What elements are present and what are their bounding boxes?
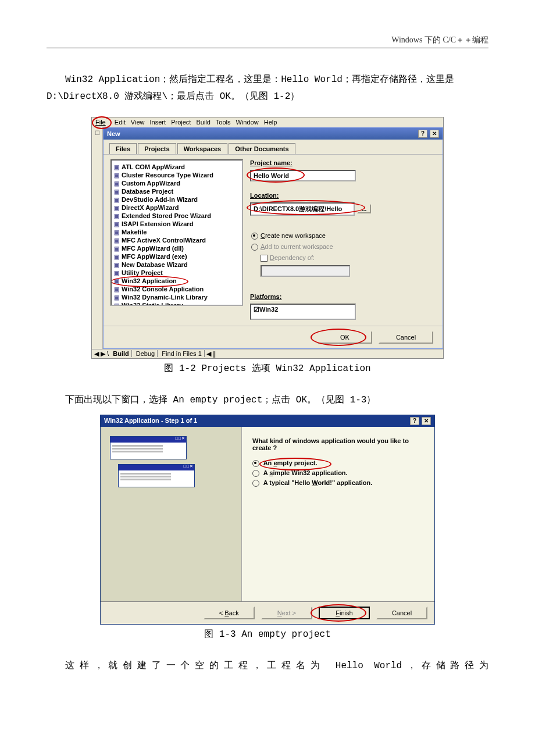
checkbox-icon: ☑ <box>254 306 259 313</box>
menu-project[interactable]: Project <box>171 119 191 126</box>
radio-icon <box>252 470 259 477</box>
tab-build[interactable]: Build <box>110 350 132 357</box>
page-header: Windows 下的 C/C＋＋编程 <box>47 35 488 45</box>
new-dialog-tabs: Files Projects Workspaces Other Document… <box>104 140 443 154</box>
radio-create-new-workspace[interactable]: Create new workspace <box>250 232 436 240</box>
list-item[interactable]: DirectX AppWizard <box>113 204 241 212</box>
dependency-select <box>261 265 350 277</box>
figure-1-3-caption: 图 1-3 An empty project <box>47 628 488 640</box>
build-output-tabs: ◀ ▶ \ Build Debug Find in Files 1 ◀ ‖ <box>92 349 443 358</box>
cancel-button[interactable]: Cancel <box>376 607 427 619</box>
platforms-label: Platforms: <box>250 293 436 300</box>
tab-projects[interactable]: Projects <box>138 143 176 154</box>
cancel-button[interactable]: Cancel <box>379 331 433 344</box>
menu-edit[interactable]: Edit <box>115 119 126 126</box>
location-input[interactable]: D:\DIRECTX8.0游戏编程\Hello <box>250 202 355 216</box>
mock-window-icon <box>110 436 187 459</box>
figure-1-2: File Edit View Insert Project Build Tool… <box>91 117 444 359</box>
menu-file[interactable]: File <box>95 119 111 126</box>
tab-debug[interactable]: Debug <box>134 350 158 357</box>
list-item-win32-application[interactable]: Win32 Application <box>113 277 178 285</box>
list-item[interactable]: Custom AppWizard <box>113 179 241 187</box>
ok-button[interactable]: OK <box>318 331 372 344</box>
project-type-list[interactable]: ATL COM AppWizard Cluster Resource Type … <box>110 159 243 306</box>
figure-1-3: Win32 Application - Step 1 of 1 ? ✕ What… <box>100 415 435 625</box>
list-item[interactable]: MFC AppWizard (dll) <box>113 244 241 252</box>
radio-icon <box>252 460 259 467</box>
radio-add-to-workspace: Add to current workspace <box>250 243 436 251</box>
menu-window[interactable]: Window <box>236 119 259 126</box>
wizard-preview-pane <box>101 427 242 601</box>
location-label: Location: <box>250 192 436 199</box>
checkbox-icon <box>261 255 268 262</box>
platforms-list[interactable]: ☑Win32 <box>250 304 356 320</box>
header-rule <box>47 48 488 48</box>
wizard-button-bar: < Back Next > Finish Cancel <box>101 601 434 624</box>
new-dialog: New ? ✕ Files Projects Workspaces Other … <box>103 127 443 349</box>
close-icon[interactable]: ✕ <box>430 130 439 138</box>
option-empty-project[interactable]: An empty project. <box>252 459 424 467</box>
dialog-button-bar: OK Cancel <box>104 326 443 348</box>
project-name-label: Project name: <box>250 159 436 166</box>
radio-icon <box>252 480 259 487</box>
menu-build[interactable]: Build <box>196 119 210 126</box>
radio-label: reate new workspace <box>265 232 326 239</box>
list-item[interactable]: Database Project <box>113 187 241 195</box>
option-hello-world[interactable]: A typical "Hello World!" application. <box>252 479 424 487</box>
list-item[interactable]: New Database Wizard <box>113 261 241 269</box>
help-icon[interactable]: ? <box>418 130 427 138</box>
mock-window-icon <box>118 464 195 487</box>
radio-icon <box>251 244 258 251</box>
list-item[interactable]: Utility Project <box>113 269 241 277</box>
menu-tools[interactable]: Tools <box>216 119 231 126</box>
figure-1-2-caption: 图 1-2 Projects 选项 Win32 Application <box>47 362 488 375</box>
finish-button[interactable]: Finish <box>319 607 370 619</box>
menu-insert[interactable]: Insert <box>150 119 166 126</box>
tab-workspaces[interactable]: Workspaces <box>177 143 228 154</box>
browse-button[interactable]: ... <box>357 204 371 213</box>
new-dialog-title: New <box>107 130 120 137</box>
menu-help[interactable]: Help <box>264 119 277 126</box>
list-item[interactable]: Win32 Static Library <box>113 301 241 306</box>
new-dialog-titlebar: New ? ✕ <box>104 128 443 140</box>
list-item[interactable]: MFC ActiveX ControlWizard <box>113 236 241 244</box>
body-paragraph-1: Win32 Application；然后指定工程名，这里是：Hello Worl… <box>47 72 488 105</box>
wizard-titlebar: Win32 Application - Step 1 of 1 ? ✕ <box>101 415 434 427</box>
list-item[interactable]: MFC AppWizard (exe) <box>113 252 241 261</box>
list-item[interactable]: ATL COM AppWizard <box>113 163 241 171</box>
body-paragraph-3: 这样，就创建了一个空的工程，工程名为 Hello World，存储路径为 <box>47 658 488 675</box>
tab-other-documents[interactable]: Other Documents <box>229 143 295 154</box>
ide-toolbar-strip <box>92 127 103 349</box>
list-item[interactable]: Extended Stored Proc Wizard <box>113 212 241 220</box>
close-icon[interactable]: ✕ <box>422 417 431 425</box>
list-item[interactable]: Win32 Dynamic-Link Library <box>113 293 241 301</box>
wizard-question: What kind of windows application would y… <box>252 437 424 451</box>
list-item[interactable]: Win32 Console Application <box>113 285 241 293</box>
list-item[interactable]: Cluster Resource Type Wizard <box>113 171 241 179</box>
next-button: Next > <box>261 607 312 619</box>
radio-icon <box>251 233 258 240</box>
back-button[interactable]: < Back <box>204 607 255 619</box>
menu-view[interactable]: View <box>131 119 145 126</box>
ide-menubar: File Edit View Insert Project Build Tool… <box>92 117 443 127</box>
tab-files[interactable]: Files <box>109 143 137 154</box>
body-paragraph-2: 下面出现以下窗口，选择 An empty project；点击 OK。（见图 1… <box>47 392 488 409</box>
wizard-title: Win32 Application - Step 1 of 1 <box>104 417 197 425</box>
help-icon[interactable]: ? <box>410 417 419 425</box>
list-item[interactable]: Makefile <box>113 228 241 236</box>
list-item[interactable]: ISAPI Extension Wizard <box>113 220 241 228</box>
project-name-input[interactable]: Hello World <box>250 170 356 181</box>
option-simple-win32[interactable]: A simple Win32 application. <box>252 469 424 477</box>
dependency-row: Dependency of: <box>250 254 436 262</box>
list-item[interactable]: DevStudio Add-in Wizard <box>113 195 241 204</box>
tab-find-in-files[interactable]: Find in Files 1 <box>159 350 204 357</box>
